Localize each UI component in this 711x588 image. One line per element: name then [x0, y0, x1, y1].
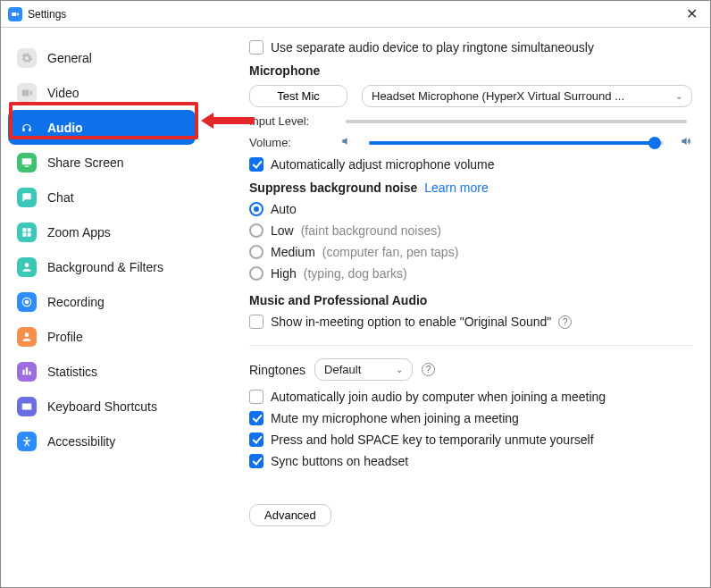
auto-adjust-mic-label: Automatically adjust microphone volume	[271, 157, 495, 172]
noise-high-radio[interactable]	[249, 266, 263, 281]
noise-high-hint: (typing, dog barks)	[304, 266, 407, 281]
svg-point-2	[26, 436, 28, 438]
sidebar-item-label: Share Screen	[47, 155, 124, 170]
sidebar-item-label: Accessibility	[47, 434, 115, 449]
noise-low-label: Low	[271, 223, 294, 238]
headphones-icon	[17, 118, 37, 138]
sidebar-item-general[interactable]: General	[8, 40, 196, 75]
original-sound-help-icon[interactable]: ?	[558, 315, 572, 329]
sidebar-item-video[interactable]: Video	[8, 75, 196, 110]
sidebar-item-share-screen[interactable]: Share Screen	[8, 145, 196, 180]
chat-icon	[17, 188, 37, 207]
accessibility-icon	[17, 432, 37, 451]
volume-label: Volume:	[249, 136, 330, 149]
recording-icon	[17, 292, 37, 312]
video-icon	[17, 83, 37, 103]
sync-headset-checkbox[interactable]	[249, 454, 263, 468]
suppress-noise-text: Suppress background noise	[249, 181, 417, 195]
sidebar-item-zoom-apps[interactable]: Zoom Apps	[8, 214, 196, 249]
sidebar-item-label: Profile	[47, 330, 83, 344]
chevron-down-icon: ⌄	[675, 91, 682, 101]
chevron-down-icon: ⌄	[396, 365, 403, 374]
apps-icon	[17, 223, 37, 242]
ringtones-select[interactable]: Default ⌄	[314, 358, 413, 381]
sidebar-item-label: Statistics	[47, 365, 97, 379]
titlebar: Settings ✕	[1, 1, 710, 28]
main-panel: Use separate audio device to play ringto…	[205, 28, 710, 587]
suppress-noise-heading: Suppress background noise Learn more	[249, 181, 692, 195]
separator	[249, 345, 692, 346]
sync-headset-label: Sync buttons on headset	[271, 454, 408, 468]
window-title: Settings	[28, 8, 66, 21]
noise-medium-label: Medium	[271, 245, 315, 259]
volume-slider[interactable]	[369, 137, 664, 149]
sidebar-item-keyboard-shortcuts[interactable]: Keyboard Shortcuts	[8, 389, 196, 424]
profile-icon	[17, 327, 37, 347]
close-button[interactable]: ✕	[681, 5, 703, 22]
sidebar-item-background-filters[interactable]: Background & Filters	[8, 249, 196, 284]
input-level-label: Input Level:	[249, 114, 330, 128]
sidebar-item-label: Audio	[47, 121, 83, 135]
original-sound-checkbox[interactable]	[249, 315, 263, 329]
noise-low-hint: (faint background noises)	[301, 223, 441, 238]
mute-on-join-checkbox[interactable]	[249, 411, 263, 425]
microphone-device-value: Headset Microphone (HyperX Virtual Surro…	[372, 89, 624, 103]
separate-audio-device-checkbox[interactable]	[249, 40, 263, 55]
sidebar-item-label: Keyboard Shortcuts	[47, 399, 157, 414]
statistics-icon	[17, 362, 37, 382]
separate-audio-device-label: Use separate audio device to play ringto…	[271, 40, 594, 55]
sidebar-item-label: Zoom Apps	[47, 225, 111, 239]
ringtones-help-icon[interactable]: ?	[422, 363, 435, 376]
music-audio-heading: Music and Professional Audio	[249, 293, 692, 307]
sidebar-item-label: Background & Filters	[47, 260, 163, 274]
sidebar-item-label: Chat	[47, 190, 74, 205]
sidebar-item-profile[interactable]: Profile	[8, 319, 196, 354]
mute-on-join-label: Mute my microphone when joining a meetin…	[271, 411, 519, 425]
ringtones-value: Default	[324, 363, 361, 376]
app-icon	[8, 7, 22, 21]
auto-join-audio-label: Automatically join audio by computer whe…	[271, 390, 606, 404]
sidebar-item-chat[interactable]: Chat	[8, 180, 196, 214]
svg-point-1	[25, 299, 29, 304]
microphone-device-select[interactable]: Headset Microphone (HyperX Virtual Surro…	[362, 85, 692, 107]
auto-join-audio-checkbox[interactable]	[249, 390, 263, 404]
speaker-low-icon	[340, 135, 353, 150]
keyboard-icon	[17, 397, 37, 416]
gear-icon	[17, 48, 37, 68]
sidebar-item-accessibility[interactable]: Accessibility	[8, 424, 196, 458]
noise-high-label: High	[271, 266, 297, 281]
sidebar: General Video Audio Share Screen Chat Zo…	[1, 28, 205, 587]
noise-medium-radio[interactable]	[249, 245, 263, 259]
sidebar-item-audio[interactable]: Audio	[8, 110, 196, 145]
share-screen-icon	[17, 153, 37, 172]
space-unmute-label: Press and hold SPACE key to temporarily …	[271, 433, 594, 447]
test-mic-button[interactable]: Test Mic	[249, 85, 347, 107]
background-icon	[17, 257, 37, 277]
noise-medium-hint: (computer fan, pen taps)	[322, 245, 459, 259]
sidebar-item-label: Recording	[47, 295, 105, 309]
sidebar-item-statistics[interactable]: Statistics	[8, 354, 196, 389]
microphone-heading: Microphone	[249, 63, 692, 78]
advanced-button[interactable]: Advanced	[249, 504, 331, 526]
noise-auto-label: Auto	[271, 202, 297, 216]
noise-low-radio[interactable]	[249, 223, 263, 238]
sidebar-item-label: Video	[47, 86, 79, 100]
noise-auto-radio[interactable]	[249, 202, 263, 216]
ringtones-label: Ringtones	[249, 363, 305, 377]
learn-more-link[interactable]: Learn more	[424, 181, 489, 195]
speaker-high-icon	[680, 135, 692, 150]
original-sound-label: Show in-meeting option to enable "Origin…	[271, 315, 551, 329]
input-level-meter	[346, 115, 687, 128]
space-unmute-checkbox[interactable]	[249, 433, 263, 447]
sidebar-item-label: General	[47, 51, 92, 65]
auto-adjust-mic-checkbox[interactable]	[249, 157, 263, 172]
sidebar-item-recording[interactable]: Recording	[8, 284, 196, 319]
